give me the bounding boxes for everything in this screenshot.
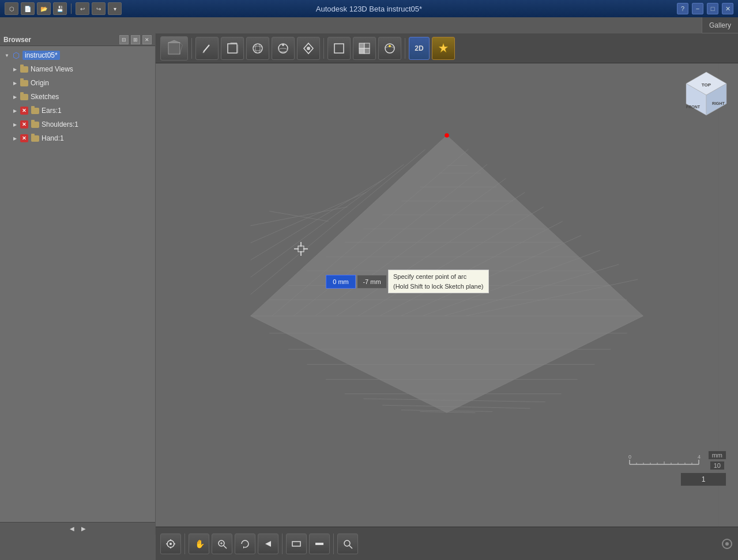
tree-shoulders[interactable]: ▶ ✕ Shoulders:1 — [0, 118, 155, 131]
browser-collapse-btn[interactable]: ⊟ — [119, 35, 129, 44]
wireframe-btn[interactable] — [327, 37, 351, 60]
status-indicator — [722, 539, 732, 549]
back-btn[interactable] — [258, 533, 278, 554]
frame-box2-btn[interactable] — [309, 533, 330, 554]
svg-text:RIGHT: RIGHT — [712, 101, 725, 105]
titlebar-controls: ? − □ ✕ — [677, 3, 733, 14]
star-tool-btn[interactable] — [432, 37, 455, 60]
svg-marker-6 — [228, 43, 237, 44]
svg-point-108 — [344, 540, 350, 546]
app-icon[interactable]: ⬡ — [5, 2, 18, 15]
restore-btn[interactable]: □ — [707, 3, 718, 14]
rotate-btn[interactable] — [235, 533, 255, 554]
wireframe-icon — [333, 42, 345, 55]
svg-line-101 — [224, 546, 227, 548]
svg-text:✋: ✋ — [195, 539, 204, 549]
browser-panel: Browser ⊟ ⊞ ✕ ▼ ⬡ instruct05* ▶ Named Vi… — [0, 33, 156, 535]
snap-icon — [165, 539, 176, 549]
y-coordinate-display: -7 mm — [357, 275, 387, 289]
svg-point-94 — [170, 543, 172, 545]
svg-text:FRONT: FRONT — [686, 105, 701, 109]
pencil-icon — [201, 43, 213, 54]
browser-expand-btn[interactable]: ⊞ — [131, 35, 140, 44]
hand-arrow: ▶ — [12, 135, 18, 142]
x-coordinate-input[interactable]: 0 mm — [326, 275, 356, 289]
tree-hand[interactable]: ▶ ✕ Hand:1 — [0, 131, 155, 145]
constrained-orbit-btn[interactable] — [272, 37, 295, 60]
snap-settings-btn[interactable] — [160, 533, 181, 554]
zoom-fit-btn[interactable] — [212, 533, 232, 554]
scroll-left[interactable]: ◀ — [66, 524, 78, 533]
svg-marker-7 — [237, 44, 238, 53]
view-cube[interactable]: TOP FRONT RIGHT — [680, 69, 732, 121]
ruler-svg: 0 4 — [624, 453, 705, 470]
more-btn[interactable]: ▾ — [108, 2, 122, 15]
zoom-fit-icon — [217, 539, 227, 549]
svg-rect-17 — [359, 43, 364, 48]
viewport[interactable]: TOP FRONT RIGHT 0 mm -7 mm Specify cente… — [156, 63, 738, 527]
zoom-menu-icon — [342, 539, 353, 549]
view-cube-svg: TOP FRONT RIGHT — [680, 69, 732, 121]
browser-close-btn[interactable]: ✕ — [142, 35, 152, 44]
open-btn[interactable]: 📂 — [37, 2, 51, 15]
root-arrow: ▼ — [3, 52, 10, 59]
pencil-tool-btn[interactable] — [195, 37, 219, 60]
origin-label: Origin — [31, 79, 49, 87]
2d-sketch-btn[interactable]: 2D — [409, 37, 430, 60]
tree-named-views[interactable]: ▶ Named Views — [0, 62, 155, 76]
save-btn[interactable]: 💾 — [53, 2, 67, 15]
look-at-icon — [302, 42, 315, 55]
svg-rect-0 — [168, 43, 180, 54]
status-sep-2 — [282, 533, 283, 554]
help-btn[interactable]: ? — [677, 3, 688, 14]
svg-point-12 — [278, 48, 288, 52]
minimize-btn[interactable]: − — [692, 3, 703, 14]
titlebar-left: ⬡ 📄 📂 💾 ↩ ↪ ▾ — [5, 2, 122, 15]
svg-rect-5 — [228, 44, 237, 53]
browser-scrollbar[interactable]: ◀ ▶ — [0, 522, 155, 535]
browser-header: Browser ⊟ ⊞ ✕ — [0, 33, 155, 46]
coordinate-hint: Specify center point of arc (Hold Shift … — [388, 270, 489, 293]
ruler-unit-label: mm — [708, 451, 726, 460]
2d-label: 2D — [415, 44, 423, 52]
main-toolbar: 2D — [156, 33, 738, 63]
tree-root[interactable]: ▼ ⬡ instruct05* — [0, 48, 155, 62]
scroll-right[interactable]: ▶ — [78, 524, 89, 533]
svg-rect-106 — [292, 542, 300, 546]
free-orbit-btn[interactable] — [246, 37, 269, 60]
rotate-icon — [240, 539, 250, 549]
new-btn[interactable]: 📄 — [21, 2, 35, 15]
tree-ears[interactable]: ▶ ✕ Ears:1 — [0, 104, 155, 118]
ears-arrow: ▶ — [12, 107, 18, 114]
svg-point-8 — [253, 44, 262, 53]
app-title: Autodesk 123D Beta instruct05* — [316, 5, 422, 13]
file-tree: ▼ ⬡ instruct05* ▶ Named Views ▶ Origin ▶ — [0, 46, 155, 147]
pan-tool-btn[interactable]: ✋ — [189, 533, 209, 554]
shaded-box-icon — [358, 42, 371, 55]
svg-point-15 — [307, 47, 310, 50]
scale-ruler: 0 4 mm 10 1 — [624, 451, 726, 486]
shaded-box-btn[interactable] — [353, 37, 376, 60]
undo-btn[interactable]: ↩ — [76, 2, 89, 15]
home-cube-icon — [165, 39, 183, 58]
gallery-tab[interactable]: Gallery — [702, 17, 738, 33]
named-views-label: Named Views — [31, 65, 73, 73]
coordinate-input-box[interactable]: 0 mm -7 mm Specify center point of arc (… — [326, 270, 489, 293]
home-view-btn[interactable] — [160, 36, 188, 60]
zoom-menu-btn[interactable] — [337, 533, 358, 554]
tree-sketches[interactable]: ▶ Sketches — [0, 90, 155, 104]
tree-origin[interactable]: ▶ Origin — [0, 76, 155, 90]
svg-point-13 — [282, 44, 284, 46]
frame-rect-btn[interactable] — [286, 533, 307, 554]
svg-text:4: 4 — [698, 454, 701, 460]
frame-box2-icon — [314, 539, 325, 549]
shoulders-folder-icon — [31, 120, 40, 129]
redo-btn[interactable]: ↪ — [92, 2, 106, 15]
close-btn[interactable]: ✕ — [722, 3, 733, 14]
box-view-btn[interactable] — [221, 37, 244, 60]
look-at-btn[interactable] — [297, 37, 320, 60]
hint-line1: Specify center point of arc — [393, 272, 484, 282]
ruler-scale-label: 10 — [710, 461, 725, 470]
svg-rect-20 — [364, 48, 370, 54]
materials-btn[interactable] — [378, 37, 401, 60]
